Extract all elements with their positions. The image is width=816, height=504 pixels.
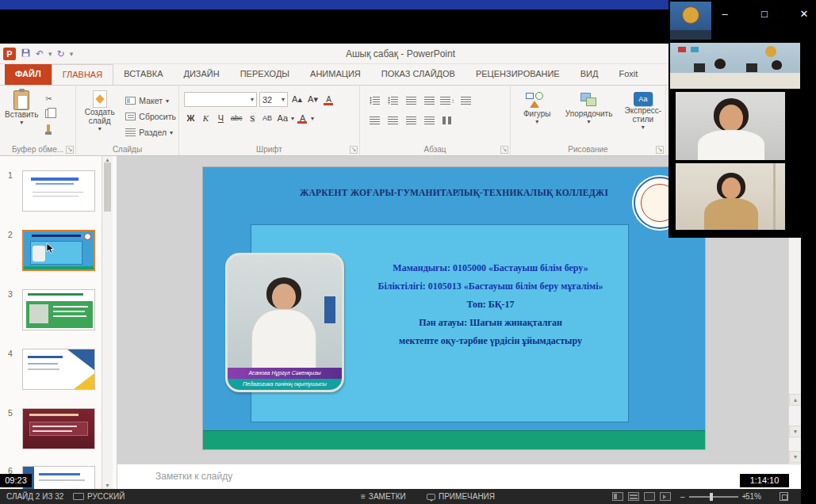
fit-to-window[interactable] [780, 489, 788, 504]
thumbnail-scrollbar[interactable]: ▲ ▼ [102, 156, 113, 489]
grow-font-button[interactable]: А▴ [290, 93, 304, 107]
quick-styles-button[interactable]: Аа Экспресс-стили ▾ [621, 89, 665, 131]
layout-icon [125, 97, 136, 105]
section-label: Раздел [139, 128, 167, 137]
language-indicator[interactable]: РУССКИЙ [73, 489, 125, 504]
change-case-dropdown-icon[interactable]: ▾ [291, 115, 294, 122]
align-right-button[interactable] [403, 113, 419, 128]
drawing-dialog-launcher-icon[interactable]: ↘ [656, 146, 664, 154]
zoom-slider[interactable] [689, 496, 738, 498]
view-slide-sorter-icon[interactable] [628, 492, 639, 501]
view-slideshow-icon[interactable] [660, 492, 671, 501]
cut-button[interactable]: ✂ [41, 92, 56, 105]
view-reading-icon[interactable] [644, 492, 655, 501]
tab-review[interactable]: РЕЦЕНЗИРОВАНИЕ [465, 64, 570, 85]
decrease-indent-button[interactable] [403, 94, 419, 108]
columns-button[interactable] [439, 113, 455, 128]
tab-animations[interactable]: АНИМАЦИЯ [300, 64, 371, 85]
zoom-control: – + [680, 489, 746, 504]
font-color-dropdown-icon[interactable]: ▾ [311, 115, 314, 122]
justify-button[interactable] [421, 113, 437, 128]
numbering-button[interactable] [385, 94, 400, 108]
bullets-icon [370, 97, 380, 105]
video-feed-classroom-emblem[interactable] [670, 2, 711, 40]
thumbnail-scroll-down-icon[interactable]: ▼ [104, 483, 111, 488]
line-spacing-button[interactable]: ↕ [439, 94, 455, 108]
slide-thumbnail-4[interactable] [22, 349, 95, 390]
align-center-button[interactable] [385, 113, 400, 128]
bullets-button[interactable] [366, 94, 382, 108]
slide-editing-area[interactable]: ЖАРКЕНТ ЖОҒАРЫ-ГУМАНИТАРЛЫҚ-ТЕХНИКАЛЫҚ К… [202, 166, 706, 450]
tab-view[interactable]: ВИД [570, 64, 609, 85]
video-feed-woman-white-shirt[interactable] [676, 92, 785, 160]
text-shadow-button[interactable]: S [246, 111, 259, 125]
change-case-button[interactable]: Аа [276, 111, 290, 125]
slide-thumbnail-5[interactable] [22, 408, 95, 449]
bold-button[interactable]: Ж [184, 111, 197, 125]
fit-to-window-icon [780, 492, 788, 501]
strikethrough-button[interactable]: abc [229, 111, 244, 125]
video-feed-woman-tan[interactable] [676, 163, 785, 230]
align-center-icon [388, 116, 398, 124]
align-left-button[interactable] [366, 113, 382, 128]
minimize-icon[interactable]: – [716, 6, 734, 22]
character-spacing-button[interactable]: АВ [261, 111, 274, 125]
video-feed-classroom-computers[interactable] [670, 43, 800, 89]
copy-button[interactable] [41, 107, 56, 120]
zoom-out-icon[interactable]: – [680, 489, 685, 504]
slide-body-text[interactable]: Мамандығы: 0105000 «Бастауыш білім беру»… [354, 259, 627, 350]
thumb-number-4: 4 [8, 349, 13, 358]
section-icon [125, 128, 136, 136]
slide-thumbnail-6[interactable] [22, 466, 95, 489]
slide-line-subject-1: Пән атауы: Шағын жинақталған [354, 314, 627, 332]
zoom-percentage[interactable]: 51% [745, 489, 761, 504]
thumbnail-scroll-up-icon[interactable]: ▲ [104, 157, 111, 162]
shapes-button[interactable]: Фигуры ▾ [517, 89, 557, 131]
underline-button[interactable]: Ч [214, 111, 228, 125]
shrink-font-button[interactable]: А▾ [306, 93, 320, 107]
tab-insert[interactable]: ВСТАВКА [113, 64, 173, 85]
maximize-icon[interactable]: □ [756, 6, 773, 22]
slide-title-text[interactable]: ЖАРКЕНТ ЖОҒАРЫ-ГУМАНИТАРЛЫҚ-ТЕХНИКАЛЫҚ К… [203, 188, 705, 197]
close-icon[interactable]: ✕ [795, 6, 813, 22]
zoom-slider-thumb[interactable] [710, 493, 713, 501]
next-slide-icon[interactable]: ▼ [789, 426, 801, 437]
view-normal-icon[interactable] [612, 492, 623, 501]
section-button[interactable]: Раздел ▾ [123, 125, 178, 139]
font-size-combo[interactable]: 32 ▾ [259, 92, 288, 107]
arrange-button[interactable]: Упорядочить ▾ [565, 89, 612, 131]
numbering-icon [388, 97, 398, 105]
italic-button[interactable]: К [199, 111, 213, 125]
slide-thumbnail-2[interactable] [22, 230, 95, 271]
font-color-button[interactable]: А [296, 111, 309, 125]
font-name-combo[interactable]: ▾ [184, 92, 257, 107]
tab-design[interactable]: ДИЗАЙН [173, 64, 229, 85]
previous-slide-icon[interactable]: ▲ [789, 394, 801, 406]
format-painter-button[interactable] [41, 122, 56, 136]
font-dialog-launcher-icon[interactable]: ↘ [350, 146, 358, 154]
tab-slideshow[interactable]: ПОКАЗ СЛАЙДОВ [371, 64, 465, 85]
teacher-photo[interactable]: Асанова Нұргүл Сәкенқызы Педагогика пәні… [225, 253, 344, 392]
increase-indent-button[interactable] [421, 94, 437, 108]
tab-foxit[interactable]: Foxit [608, 64, 648, 85]
paste-button[interactable]: Вставить ▾ [5, 89, 38, 136]
tab-file[interactable]: ФАЙЛ [5, 64, 52, 85]
clear-formatting-button[interactable]: А [322, 93, 335, 107]
layout-button[interactable]: Макет ▾ [123, 94, 178, 108]
paragraph-dialog-launcher-icon[interactable]: ↘ [500, 146, 508, 154]
tab-transitions[interactable]: ПЕРЕХОДЫ [230, 64, 300, 85]
slide-thumbnail-3[interactable] [22, 289, 95, 330]
text-direction-button[interactable] [458, 94, 473, 108]
comments-toggle[interactable]: ПРИМЕЧАНИЯ [427, 489, 495, 504]
slide-line-speciality: Мамандығы: 0105000 «Бастауыш білім беру» [354, 259, 627, 277]
clipboard-dialog-launcher-icon[interactable]: ↘ [66, 146, 74, 154]
new-slide-button[interactable]: Создать слайд ▾ [81, 89, 118, 139]
thumbnail-scrollbar-thumb[interactable] [104, 162, 111, 212]
canvas-scroll-down-icon[interactable]: ▼ [789, 451, 801, 463]
slide-thumbnail-1[interactable] [22, 170, 95, 212]
tab-home[interactable]: ГЛАВНАЯ [52, 64, 113, 85]
reset-button[interactable]: Сбросить [123, 109, 178, 124]
window-controls: – □ ✕ [716, 6, 813, 22]
notes-toggle[interactable]: ≡ ЗАМЕТКИ [361, 489, 406, 504]
notes-pane[interactable]: Заметки к слайду [117, 464, 801, 489]
